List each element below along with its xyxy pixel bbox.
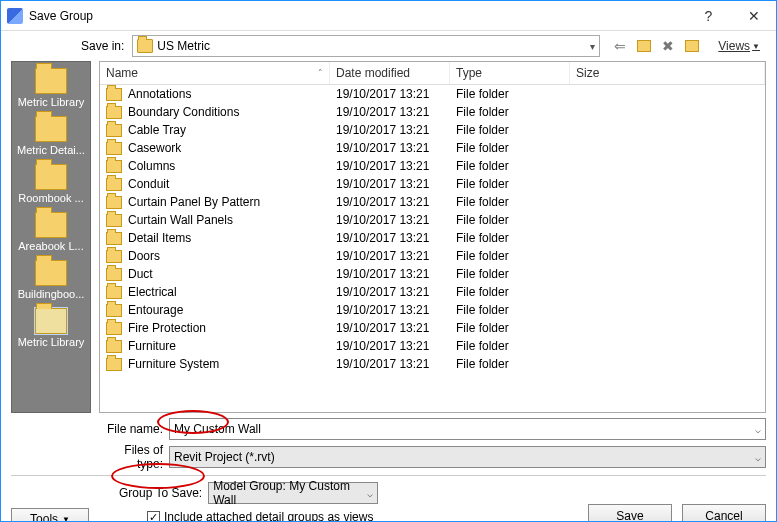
folder-icon [35, 260, 67, 286]
row-name: Columns [128, 159, 175, 173]
table-row[interactable]: Furniture19/10/2017 13:21File folder [100, 337, 765, 355]
folder-icon [106, 106, 122, 119]
folder-icon [106, 160, 122, 173]
row-name: Casework [128, 141, 181, 155]
places-bar: Metric LibraryMetric Detai...Roombook ..… [11, 61, 91, 413]
chevron-down-icon: ▼ [62, 515, 70, 523]
chevron-down-icon: ▾ [590, 41, 595, 52]
delete-button[interactable]: ✖ [658, 36, 678, 56]
table-row[interactable]: Columns19/10/2017 13:21File folder [100, 157, 765, 175]
places-item[interactable]: Roombook ... [14, 162, 88, 206]
folder-icon [137, 39, 153, 53]
row-type: File folder [456, 285, 509, 299]
views-menu[interactable]: Views ▼ [718, 39, 760, 53]
folder-icon [35, 308, 67, 334]
app-icon [7, 8, 23, 24]
row-date: 19/10/2017 13:21 [336, 357, 429, 371]
filetype-label: Files of type: [97, 443, 163, 471]
filename-input[interactable]: My Custom Wall ⌵ [169, 418, 766, 440]
col-type[interactable]: Type [450, 62, 570, 84]
save-button[interactable]: Save [588, 504, 672, 522]
savein-value: US Metric [157, 39, 210, 53]
row-type: File folder [456, 195, 509, 209]
folder-icon [106, 142, 122, 155]
places-item-label: Roombook ... [14, 192, 88, 204]
row-name: Curtain Panel By Pattern [128, 195, 260, 209]
table-row[interactable]: Fire Protection19/10/2017 13:21File fold… [100, 319, 765, 337]
savein-label: Save in: [81, 39, 124, 53]
places-item[interactable]: Metric Library [14, 306, 88, 350]
folder-icon [106, 232, 122, 245]
table-row[interactable]: Curtain Panel By Pattern19/10/2017 13:21… [100, 193, 765, 211]
folder-icon [106, 358, 122, 371]
row-name: Conduit [128, 177, 169, 191]
chevron-down-icon: ⌵ [755, 452, 761, 463]
row-date: 19/10/2017 13:21 [336, 87, 429, 101]
tools-button[interactable]: Tools ▼ [11, 508, 89, 522]
row-type: File folder [456, 303, 509, 317]
tools-label: Tools [30, 512, 58, 522]
table-row[interactable]: Conduit19/10/2017 13:21File folder [100, 175, 765, 193]
table-row[interactable]: Furniture System19/10/2017 13:21File fol… [100, 355, 765, 373]
row-type: File folder [456, 159, 509, 173]
row-type: File folder [456, 177, 509, 191]
table-row[interactable]: Doors19/10/2017 13:21File folder [100, 247, 765, 265]
row-date: 19/10/2017 13:21 [336, 177, 429, 191]
places-item[interactable]: Buildingboo... [14, 258, 88, 302]
table-row[interactable]: Boundary Conditions19/10/2017 13:21File … [100, 103, 765, 121]
row-type: File folder [456, 231, 509, 245]
row-name: Furniture System [128, 357, 219, 371]
cancel-button[interactable]: Cancel [682, 504, 766, 522]
places-item-label: Metric Library [14, 336, 88, 348]
table-row[interactable]: Casework19/10/2017 13:21File folder [100, 139, 765, 157]
help-button[interactable]: ? [686, 1, 731, 31]
chevron-down-icon: ▼ [752, 42, 760, 51]
row-type: File folder [456, 249, 509, 263]
row-date: 19/10/2017 13:21 [336, 231, 429, 245]
row-date: 19/10/2017 13:21 [336, 141, 429, 155]
back-button[interactable]: ⇐ [610, 36, 630, 56]
file-rows[interactable]: Annotations19/10/2017 13:21File folderBo… [100, 85, 765, 412]
folder-icon [106, 268, 122, 281]
table-row[interactable]: Detail Items19/10/2017 13:21File folder [100, 229, 765, 247]
filetype-dropdown[interactable]: Revit Project (*.rvt) ⌵ [169, 446, 766, 468]
folder-icon [106, 250, 122, 263]
col-size[interactable]: Size [570, 62, 765, 84]
row-name: Boundary Conditions [128, 105, 239, 119]
table-row[interactable]: Cable Tray19/10/2017 13:21File folder [100, 121, 765, 139]
table-row[interactable]: Electrical19/10/2017 13:21File folder [100, 283, 765, 301]
places-item[interactable]: Areabook L... [14, 210, 88, 254]
include-detail-groups-label: Include attached detail groups as views [164, 510, 373, 522]
places-item[interactable]: Metric Library [14, 66, 88, 110]
savein-bar: Save in: US Metric ▾ ⇐ ✖ Views ▼ [1, 31, 776, 61]
new-folder-button[interactable] [682, 36, 702, 56]
col-date[interactable]: Date modified [330, 62, 450, 84]
places-item-label: Areabook L... [14, 240, 88, 252]
group-to-save-label: Group To Save: [119, 486, 202, 500]
close-button[interactable]: ✕ [731, 1, 776, 31]
include-detail-groups-checkbox[interactable]: ✓ [147, 511, 160, 523]
row-type: File folder [456, 357, 509, 371]
folder-icon [106, 124, 122, 137]
row-date: 19/10/2017 13:21 [336, 339, 429, 353]
row-type: File folder [456, 339, 509, 353]
up-folder-button[interactable] [634, 36, 654, 56]
places-item[interactable]: Metric Detai... [14, 114, 88, 158]
row-date: 19/10/2017 13:21 [336, 195, 429, 209]
group-to-save-value: Model Group: My Custom Wall [213, 479, 367, 507]
row-date: 19/10/2017 13:21 [336, 249, 429, 263]
group-to-save-dropdown[interactable]: Model Group: My Custom Wall ⌵ [208, 482, 378, 504]
row-type: File folder [456, 105, 509, 119]
savein-dropdown[interactable]: US Metric ▾ [132, 35, 600, 57]
places-item-label: Metric Library [14, 96, 88, 108]
file-list: Name˄ Date modified Type Size Annotation… [99, 61, 766, 413]
col-name[interactable]: Name˄ [100, 62, 330, 84]
folder-icon [35, 164, 67, 190]
table-row[interactable]: Annotations19/10/2017 13:21File folder [100, 85, 765, 103]
chevron-down-icon: ⌵ [367, 488, 373, 499]
table-row[interactable]: Duct19/10/2017 13:21File folder [100, 265, 765, 283]
table-row[interactable]: Curtain Wall Panels19/10/2017 13:21File … [100, 211, 765, 229]
row-date: 19/10/2017 13:21 [336, 285, 429, 299]
row-type: File folder [456, 123, 509, 137]
table-row[interactable]: Entourage19/10/2017 13:21File folder [100, 301, 765, 319]
